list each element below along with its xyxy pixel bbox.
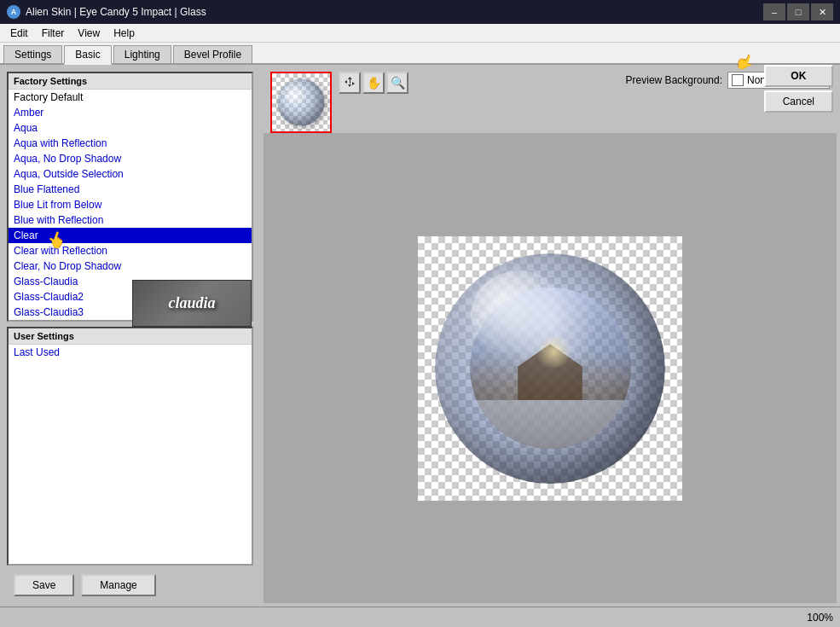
snow-ground [470,400,631,449]
tab-settings[interactable]: Settings [3,45,62,63]
list-item-aqua-reflection[interactable]: Aqua with Reflection [9,136,252,151]
claudia-watermark-text: claudia [168,294,215,312]
left-panel: Factory Settings Factory Default Amber A… [0,65,260,607]
zoom-level: 100% [807,612,833,624]
app-icon: A [7,5,20,19]
menu-view[interactable]: View [71,26,107,41]
menu-bar: Edit Filter View Help [0,24,840,43]
zoom-icon: 🔍 [391,76,405,90]
close-button[interactable]: ✕ [811,3,833,20]
tab-basic[interactable]: Basic [64,45,111,65]
preview-canvas [264,133,837,603]
list-item-clear-reflection[interactable]: Clear with Reflection [9,243,252,258]
thumbnail-globe [278,79,325,126]
ok-button[interactable]: OK [764,65,833,87]
title-bar: A Alien Skin | Eye Candy 5 Impact | Glas… [0,0,840,24]
top-area: ✋ 🔍 Preview Background: None ▼ [264,68,837,133]
hand-icon: ✋ [367,76,381,90]
maximize-button[interactable]: □ [787,3,809,20]
status-bar: 100% [0,607,840,627]
move-tool-button[interactable] [339,72,361,94]
preview-globe [435,253,665,484]
main-content: Factory Settings Factory Default Amber A… [0,65,840,607]
list-item-aqua[interactable]: Aqua [9,120,252,136]
save-button[interactable]: Save [14,574,74,596]
zoom-tool-button[interactable]: 🔍 [386,72,408,94]
hand-tool-button[interactable]: ✋ [362,72,385,94]
list-item-aqua-outside[interactable]: Aqua, Outside Selection [9,166,252,182]
minimize-button[interactable]: – [763,3,785,20]
manage-button[interactable]: Manage [81,574,155,596]
menu-edit[interactable]: Edit [3,26,35,41]
cancel-button[interactable]: Cancel [764,90,833,113]
window-controls: – □ ✕ [763,3,833,20]
right-panel: ✋ 🔍 Preview Background: None ▼ [260,65,840,607]
globe-inner [435,253,665,484]
user-settings-list: User Settings Last Used [7,327,253,566]
tool-buttons: ✋ 🔍 [339,72,408,94]
bottom-buttons: Save Manage [7,571,253,600]
list-item-amber[interactable]: Amber [9,105,252,120]
list-item-clear-no-drop[interactable]: Clear, No Drop Shadow [9,258,252,274]
menu-help[interactable]: Help [107,26,142,41]
list-item-blue-flattened[interactable]: Blue Flattened [9,182,252,197]
tab-bar: Settings Basic Lighting Bevel Profile [0,43,840,65]
claudia-preview-thumb: claudia [132,280,252,327]
list-item-blue-reflection[interactable]: Blue with Reflection [9,212,252,228]
color-swatch [732,74,744,86]
list-item-blue-lit[interactable]: Blue Lit from Below [9,197,252,212]
list-item-aqua-no-drop[interactable]: Aqua, No Drop Shadow [9,151,252,166]
title-bar-title: Alien Skin | Eye Candy 5 Impact | Glass [26,6,206,18]
factory-settings-header: Factory Settings [9,73,252,90]
list-item-clear[interactable]: Clear [9,228,252,243]
user-settings-header: User Settings [9,328,252,345]
title-bar-left: A Alien Skin | Eye Candy 5 Impact | Glas… [7,5,206,19]
preview-thumbnail [270,72,332,133]
list-item-last-used[interactable]: Last Used [9,345,252,360]
menu-filter[interactable]: Filter [35,26,72,41]
tab-bevel-profile[interactable]: Bevel Profile [173,45,252,63]
list-item-factory-default[interactable]: Factory Default [9,90,252,105]
tab-lighting[interactable]: Lighting [113,45,171,63]
ok-cancel-area: OK Cancel [764,65,833,113]
preview-bg-label: Preview Background: [626,74,722,86]
